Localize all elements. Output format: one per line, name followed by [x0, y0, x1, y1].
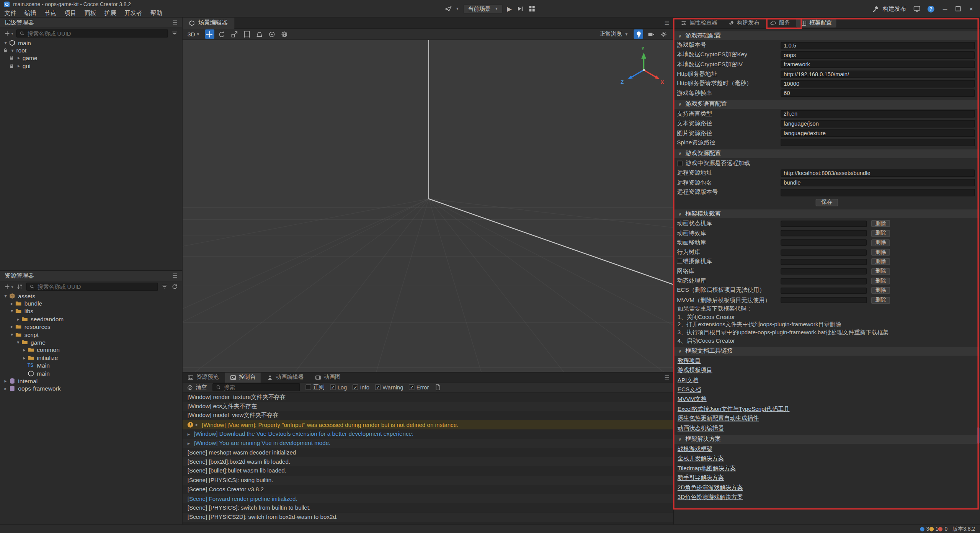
- panel-menu-icon[interactable]: ☰: [664, 374, 669, 380]
- field-input[interactable]: [781, 139, 975, 147]
- asset-tree-item[interactable]: ▾libs: [0, 307, 182, 315]
- section-header[interactable]: ∨框架解决方案: [675, 435, 980, 444]
- doc-link[interactable]: 教程项目: [674, 356, 980, 366]
- maximize-button[interactable]: [956, 6, 960, 11]
- menu-item[interactable]: 开发者: [124, 9, 142, 17]
- doc-link[interactable]: 新手引导解决方案: [674, 473, 980, 483]
- expand-icon[interactable]: ▸: [21, 347, 28, 353]
- clear-console-button[interactable]: 清空: [187, 383, 207, 391]
- delete-button[interactable]: 删除: [871, 268, 890, 275]
- refresh-assets-button[interactable]: [171, 283, 178, 290]
- delete-button[interactable]: 删除: [871, 230, 890, 237]
- tab-动画图[interactable]: 动画图: [310, 372, 346, 382]
- doc-link[interactable]: ECS文档: [674, 385, 980, 395]
- log-row[interactable]: [Scene] [box2d]:box2d wasm lib loaded.: [183, 457, 673, 466]
- tab-动画编辑器[interactable]: 动画编辑器: [262, 372, 309, 382]
- field-input[interactable]: [781, 110, 975, 118]
- preview-browser-icon[interactable]: [444, 5, 452, 13]
- close-button[interactable]: ×: [967, 5, 975, 12]
- delete-button[interactable]: 删除: [871, 297, 890, 304]
- doc-link[interactable]: Tiledmap地图解决方案: [674, 464, 980, 473]
- collapse-icon[interactable]: ▾: [9, 309, 15, 314]
- tab-scene-editor[interactable]: 场景编辑器: [183, 18, 234, 29]
- doc-link[interactable]: 2D角色扮演游戏解决方案: [674, 483, 980, 492]
- doc-link[interactable]: 全栈开发解决方案: [674, 454, 980, 464]
- menu-item[interactable]: 文件: [4, 9, 16, 17]
- log-row[interactable]: [Window] model_view文件夹不存在: [183, 411, 673, 420]
- inspector-scrollbar[interactable]: [977, 427, 979, 444]
- field-input[interactable]: [781, 42, 975, 49]
- log-row[interactable]: [Scene] [PHYSICS2D]: switch from box2d-w…: [183, 512, 673, 522]
- expand-icon[interactable]: ▸: [15, 316, 21, 322]
- collapse-icon[interactable]: ▾: [3, 40, 9, 46]
- orientation-gizmo[interactable]: Y X Z: [183, 40, 673, 372]
- expand-icon[interactable]: ▸: [9, 324, 15, 330]
- doc-link[interactable]: 游戏模板项目: [674, 366, 980, 375]
- expand-icon[interactable]: ▸: [196, 422, 202, 428]
- expand-icon[interactable]: ▸: [3, 378, 9, 384]
- menu-item[interactable]: 项目: [64, 9, 76, 17]
- rotate-tool-button[interactable]: [217, 29, 227, 39]
- asset-tree-item[interactable]: ▾assets: [0, 292, 182, 299]
- panel-menu-icon[interactable]: ☰: [172, 273, 177, 279]
- status-error-badge[interactable]: 0: [938, 526, 947, 532]
- panel-menu-icon[interactable]: ☰: [664, 20, 669, 26]
- coordinate-toggle-button[interactable]: [280, 29, 289, 39]
- scale-tool-button[interactable]: [230, 29, 239, 39]
- log-row[interactable]: [Scene] [PHYSICS]: switch from builtin t…: [183, 503, 673, 512]
- asset-tree-item[interactable]: ▾script: [0, 331, 182, 338]
- hierarchy-search[interactable]: [16, 29, 168, 38]
- field-input[interactable]: [781, 90, 975, 97]
- delete-button[interactable]: 删除: [871, 287, 890, 294]
- field-input[interactable]: [781, 70, 975, 78]
- checkbox-unchecked-icon[interactable]: [677, 161, 683, 167]
- hierarchy-filter-button[interactable]: [171, 30, 178, 37]
- status-info-badge[interactable]: 3: [920, 526, 929, 532]
- menu-item[interactable]: 帮助: [150, 9, 162, 17]
- hierarchy-tree-item[interactable]: ▸game: [0, 54, 182, 62]
- tab-服务[interactable]: 服务: [766, 18, 794, 27]
- doc-link[interactable]: 3D角色扮演游戏解决方案: [674, 492, 980, 502]
- filter-Log[interactable]: ✓Log: [330, 384, 347, 390]
- tab-属性检查器[interactable]: 属性检查器: [676, 18, 722, 27]
- tab-框架配置[interactable]: 框架配置: [796, 18, 836, 27]
- create-node-button[interactable]: ▾: [4, 30, 13, 37]
- section-header[interactable]: ∨游戏基础配置: [675, 31, 980, 40]
- doc-link[interactable]: MVVM文档: [674, 395, 980, 404]
- filter-Info[interactable]: ✓Info: [353, 384, 369, 390]
- scene-light-toggle-button[interactable]: [634, 29, 643, 39]
- expand-icon[interactable]: ▸: [188, 440, 194, 446]
- field-input[interactable]: [781, 61, 975, 69]
- log-row[interactable]: [Scene] Cocos Creator v3.8.2: [183, 485, 673, 494]
- menu-item[interactable]: 扩展: [105, 9, 116, 17]
- asset-tree-item[interactable]: ▸seedrandom: [0, 315, 182, 323]
- console-search-input[interactable]: [224, 384, 297, 390]
- expand-icon[interactable]: ▸: [3, 386, 9, 392]
- doc-link[interactable]: Excel格式转Json文件与TypeScript代码工具: [674, 404, 980, 414]
- hierarchy-tree-item[interactable]: ▸gui: [0, 62, 182, 70]
- filter-Error[interactable]: ✓Error: [409, 384, 429, 390]
- status-warning-badge[interactable]: 1: [929, 526, 938, 532]
- asset-tree-item[interactable]: ▸common: [0, 346, 182, 354]
- asset-tree-item[interactable]: ▸oops-framework: [0, 385, 182, 392]
- menu-item[interactable]: 面板: [84, 9, 96, 17]
- log-row[interactable]: ▸[Window] You are running Vue in develop…: [183, 439, 673, 448]
- scene-settings-button[interactable]: [659, 29, 668, 39]
- help-button[interactable]: ?: [928, 5, 934, 12]
- assets-search-input[interactable]: [38, 283, 155, 289]
- field-input[interactable]: [781, 179, 975, 186]
- collapse-icon[interactable]: ▾: [9, 47, 15, 53]
- assets-filter-button[interactable]: [161, 283, 168, 290]
- doc-link[interactable]: API文档: [674, 376, 980, 385]
- create-asset-button[interactable]: ▾: [4, 283, 13, 290]
- delete-button[interactable]: 删除: [871, 239, 890, 246]
- log-row[interactable]: [Scene] Forward render pipeline initiali…: [183, 494, 673, 503]
- delete-button[interactable]: 删除: [871, 249, 890, 256]
- menu-item[interactable]: 编辑: [24, 9, 36, 17]
- collapse-icon[interactable]: ▾: [3, 293, 9, 299]
- field-input[interactable]: [781, 188, 975, 196]
- delete-button[interactable]: 删除: [871, 220, 890, 227]
- checkbox-checked-icon[interactable]: ✓: [375, 384, 381, 390]
- field-input[interactable]: [781, 51, 975, 59]
- hierarchy-search-input[interactable]: [28, 30, 165, 36]
